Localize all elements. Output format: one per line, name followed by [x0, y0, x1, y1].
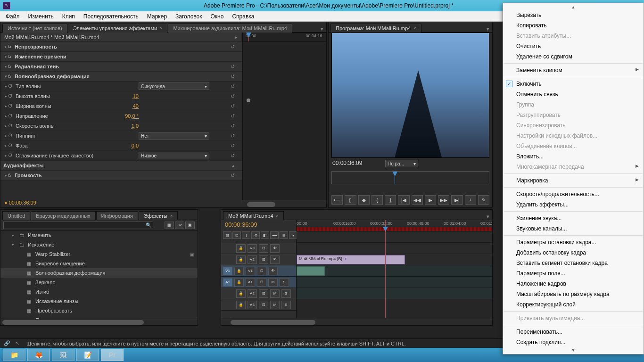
- lock-icon[interactable]: 🔒: [236, 244, 246, 253]
- reset-icon[interactable]: ↺: [231, 133, 235, 139]
- tree-item[interactable]: ▦Преобразовать: [0, 306, 198, 315]
- menu-item[interactable]: Создать подклип...: [503, 337, 644, 347]
- reset-icon[interactable]: ↺: [231, 103, 235, 109]
- param-dropdown[interactable]: Синусоида▾: [139, 82, 209, 90]
- menu-item[interactable]: Заменить клипом▶: [503, 65, 644, 75]
- effect-group[interactable]: Аудиоэффекты▴: [0, 161, 242, 171]
- program-playhead[interactable]: [395, 172, 395, 184]
- program-scrubber[interactable]: [331, 171, 489, 184]
- expand-icon[interactable]: ▸: [235, 35, 238, 40]
- timeline-timecode[interactable]: 00:00:36:09: [225, 221, 257, 228]
- twirl-icon[interactable]: ▸: [3, 133, 8, 138]
- menu-Окно[interactable]: Окно: [206, 12, 227, 21]
- param-value[interactable]: 40: [133, 103, 139, 109]
- effect-param[interactable]: ▸⏱ПиннингНет▾↺: [0, 131, 242, 141]
- sequence-tab[interactable]: Мой MMail.Ru.mp4×: [223, 211, 284, 220]
- stopwatch-icon[interactable]: ⏱: [8, 93, 14, 99]
- panel-menu-icon[interactable]: ▾: [487, 214, 489, 220]
- tree-item[interactable]: ▦Искажение линзы: [0, 296, 198, 306]
- transport-button-5[interactable]: |◀: [398, 195, 409, 205]
- effect-param[interactable]: ▸⏱Направление90,0 °↺: [0, 111, 242, 121]
- menu-item[interactable]: Вставить сегмент остановки кадра: [503, 258, 644, 268]
- taskbar-button[interactable]: Pr: [101, 349, 124, 361]
- tab[interactable]: Микширование аудиоклипа: Мой MMail.Ru.mp…: [168, 24, 292, 33]
- tab[interactable]: Элементы управления эффектами×: [68, 24, 168, 33]
- taskbar-button[interactable]: 📝: [76, 349, 99, 361]
- fx-badge[interactable]: fx: [8, 74, 15, 79]
- eye-icon[interactable]: 👁: [268, 267, 278, 275]
- menu-item[interactable]: Вложить...: [503, 151, 644, 162]
- program-tab[interactable]: Программа: Мой MMail.Ru.mp4×: [330, 24, 421, 33]
- eye-icon[interactable]: 👁: [270, 244, 280, 253]
- track-header[interactable]: 🔒A3⊡MS: [221, 299, 296, 311]
- close-icon[interactable]: ×: [276, 214, 279, 218]
- twirl-icon[interactable]: ▸: [3, 173, 8, 178]
- sync-lock-icon[interactable]: ⊡: [259, 289, 268, 298]
- tl-head-button[interactable]: ⊞: [280, 231, 288, 239]
- menu-item[interactable]: Копировать: [503, 20, 644, 31]
- track-label[interactable]: A2: [248, 289, 257, 298]
- sync-lock-icon[interactable]: ⊡: [257, 278, 266, 287]
- view-button[interactable]: ▣: [185, 222, 195, 229]
- effect-timeruler[interactable]: 00:00 00:04:16:: [243, 33, 326, 42]
- effect-param[interactable]: ▸⏱Сглаживание (лучшее качество)Низкое▾↺: [0, 151, 242, 161]
- tl-head-button[interactable]: ⟶: [270, 231, 279, 239]
- reset-icon[interactable]: ↺: [231, 113, 235, 119]
- track-label[interactable]: V3: [248, 244, 257, 253]
- menu-item[interactable]: Звуковые каналы...: [503, 223, 644, 234]
- track-header[interactable]: A1🔒A1⊡MS: [221, 277, 296, 288]
- fx-badge[interactable]: fx: [8, 64, 15, 69]
- effect-group[interactable]: ▸fxИзменение времени: [0, 52, 242, 62]
- menu-Маркер[interactable]: Маркер: [143, 12, 171, 21]
- track-lane[interactable]: [297, 277, 492, 288]
- reset-icon[interactable]: ↺: [231, 153, 235, 159]
- track-lane[interactable]: Мой MMail.Ru.mp4 [В] fx: [297, 254, 492, 265]
- menu-item[interactable]: Отменить связь: [503, 89, 644, 99]
- effect-group[interactable]: ▸fxНепрозрачность↺: [0, 42, 242, 52]
- tl-head-button[interactable]: ⊡: [232, 231, 241, 239]
- menu-item[interactable]: Переименовать...: [503, 327, 644, 337]
- tl-head-button[interactable]: ⊟: [223, 231, 231, 239]
- transport-button-9[interactable]: ▶|: [451, 195, 462, 205]
- sync-lock-icon[interactable]: ⊡: [259, 255, 268, 264]
- clip[interactable]: [297, 266, 325, 276]
- stopwatch-icon[interactable]: ⏱: [8, 143, 14, 148]
- param-value[interactable]: 0,0: [132, 143, 139, 148]
- menu-item[interactable]: Скорость/продолжительность...: [503, 189, 644, 199]
- menu-item[interactable]: Параметры поля...: [503, 268, 644, 279]
- program-timecode[interactable]: 00:00:36:09: [332, 160, 362, 166]
- effects-scrollbar[interactable]: [0, 319, 198, 325]
- twirl-icon[interactable]: ▸: [3, 84, 8, 89]
- mute-button[interactable]: M: [270, 289, 280, 298]
- lock-icon[interactable]: 🔒: [234, 267, 244, 275]
- menu-item[interactable]: Добавить остановку кадра: [503, 247, 644, 258]
- param-dropdown[interactable]: Низкое▾: [139, 152, 209, 159]
- menu-item[interactable]: Очистить: [503, 41, 644, 51]
- track-header[interactable]: V1🔒V1⊡👁: [221, 265, 296, 277]
- tl-head-button[interactable]: ◧: [261, 231, 269, 239]
- reset-icon[interactable]: ↺: [231, 123, 235, 129]
- fit-dropdown[interactable]: По ра...▾: [385, 160, 418, 167]
- reset-icon[interactable]: ↺: [231, 64, 235, 70]
- twirl-icon[interactable]: ▸: [3, 94, 8, 99]
- transport-button-4[interactable]: }: [385, 195, 396, 205]
- solo-button[interactable]: S: [280, 278, 289, 287]
- param-value[interactable]: 90,0 °: [125, 113, 139, 119]
- twirl-icon[interactable]: ▸: [3, 44, 8, 49]
- tree-item[interactable]: ▸🗀Изменить: [0, 230, 198, 240]
- clip[interactable]: Мой MMail.Ru.mp4 [В] fx: [297, 255, 405, 264]
- reset-icon[interactable]: ↺: [231, 44, 235, 50]
- tab-Информация[interactable]: Информация: [96, 211, 138, 220]
- menu-item[interactable]: Масштабировать по размеру кадра: [503, 289, 644, 299]
- twirl-icon[interactable]: ▾: [12, 242, 17, 247]
- track-label[interactable]: V1: [246, 267, 255, 275]
- track-lane[interactable]: [297, 231, 492, 243]
- menu-item[interactable]: Параметры остановки кадра...: [503, 237, 644, 247]
- lock-icon[interactable]: 🔒: [236, 301, 246, 309]
- transport-button-2[interactable]: ◆: [358, 195, 370, 205]
- menu-item[interactable]: Наложение кадров: [503, 279, 644, 289]
- track-lane[interactable]: [297, 243, 492, 254]
- panel-menu-icon[interactable]: ▾: [487, 26, 489, 32]
- param-value[interactable]: 1,0: [132, 123, 139, 129]
- reset-icon[interactable]: ↺: [231, 93, 235, 99]
